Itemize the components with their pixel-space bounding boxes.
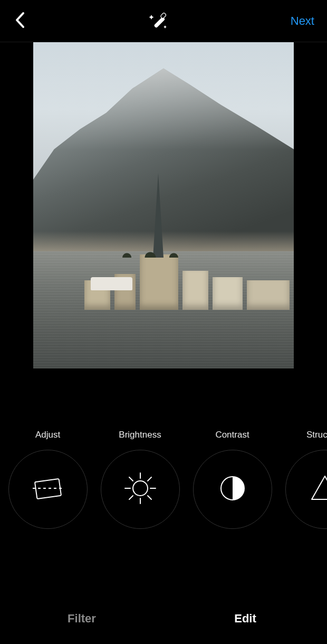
tool-structure[interactable]: Structure <box>281 430 327 529</box>
svg-line-11 <box>148 477 151 481</box>
tool-brightness[interactable]: Brightness <box>97 430 184 529</box>
chevron-left-icon <box>14 11 26 31</box>
tool-label: Contrast <box>215 430 249 440</box>
edit-tools-strip[interactable]: Adjust Brightness <box>0 430 327 551</box>
svg-line-9 <box>129 477 133 481</box>
tab-edit[interactable]: Edit <box>164 593 327 644</box>
tool-button[interactable] <box>285 450 328 529</box>
tool-button[interactable] <box>101 450 180 529</box>
photo-canvas-area <box>0 42 327 368</box>
svg-marker-14 <box>312 476 328 499</box>
auto-enhance-button[interactable] <box>147 10 170 33</box>
svg-line-12 <box>129 496 133 499</box>
svg-point-4 <box>133 481 148 496</box>
bottom-tabs: Filter Edit <box>0 593 327 644</box>
svg-rect-1 <box>160 12 167 18</box>
structure-icon <box>306 470 328 509</box>
back-button[interactable] <box>9 11 31 32</box>
tab-filter[interactable]: Filter <box>0 593 164 644</box>
tool-adjust[interactable]: Adjust <box>4 430 91 529</box>
tool-label: Structure <box>306 430 327 440</box>
photo-edit-screen: Next Adjust <box>0 0 327 644</box>
contrast-icon <box>214 470 251 509</box>
brightness-icon <box>122 470 159 509</box>
magic-wand-icon <box>148 10 169 33</box>
svg-line-10 <box>148 496 151 499</box>
next-button[interactable]: Next <box>287 12 318 30</box>
tool-button[interactable] <box>193 450 272 529</box>
tool-label: Brightness <box>119 430 161 440</box>
adjust-icon <box>30 470 66 509</box>
tool-contrast[interactable]: Contrast <box>189 430 276 529</box>
header-bar: Next <box>0 0 327 42</box>
tool-label: Adjust <box>35 430 60 440</box>
photo-preview[interactable] <box>33 42 294 368</box>
tool-button[interactable] <box>8 450 88 529</box>
